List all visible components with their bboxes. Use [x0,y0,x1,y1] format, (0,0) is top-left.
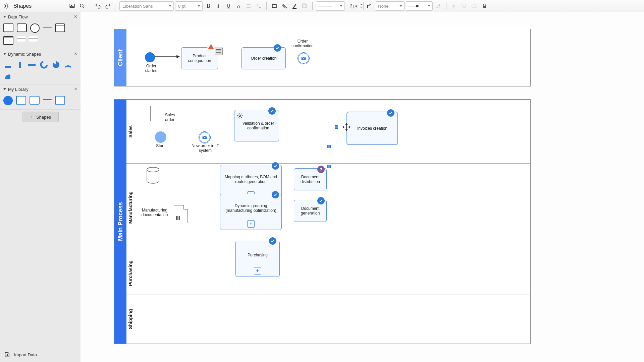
lib-rect[interactable] [16,96,26,105]
font-family-select[interactable]: Liberation Sans [119,1,174,11]
selection-handle[interactable] [335,125,338,129]
bolt-icon[interactable] [450,2,459,10]
close-icon[interactable]: × [74,14,77,19]
line-routing-icon[interactable] [365,2,374,10]
data-object-manu-doc[interactable] [174,205,188,223]
shape-rect-icon[interactable] [270,2,279,10]
palette-library [0,94,80,109]
magnet-icon[interactable] [460,2,469,10]
insert-image-icon[interactable] [68,2,76,10]
dyn-bar-v[interactable] [15,61,24,69]
svg-point-16 [41,62,47,68]
task-invoices-creation[interactable]: Invoices creation [347,112,398,145]
more-shapes-label: Shapes [36,115,51,120]
selection-handle[interactable] [327,145,331,148]
plus-icon: ＋ [30,114,34,120]
redo-icon[interactable] [104,2,112,10]
line-style-select[interactable] [316,1,345,11]
shape-circle[interactable] [30,23,40,33]
lane-label-shipping: Shipping [126,295,135,344]
stroke-width-stepper[interactable]: 2 px ▴▾ [346,2,364,10]
section-dynamic-shapes: Dynamic Shapes × [0,49,80,84]
line-start-select[interactable]: None [375,1,405,11]
svg-point-3 [80,4,83,7]
collection-marker-icon [176,216,180,220]
shape-connector[interactable] [17,36,25,42]
shapes-app-icon[interactable] [2,2,11,10]
selection-handle[interactable] [327,165,331,168]
section-data-flow: Data Flow × [0,12,80,49]
underline-icon[interactable]: U [224,2,233,10]
start-event-sales[interactable] [155,131,166,143]
task-validation[interactable]: Validation & order confirmation [234,110,279,141]
message-event-order-confirm[interactable] [298,52,310,64]
import-data-button[interactable]: Import Data [0,347,80,362]
undo-icon[interactable] [94,2,102,10]
data-object-label: Sales order [165,113,185,122]
dyn-wedge[interactable] [3,72,12,80]
data-object-sales-order[interactable] [150,106,163,121]
dyn-donut[interactable] [40,61,48,69]
lock-icon[interactable] [480,2,489,10]
data-store[interactable] [146,167,160,184]
svg-rect-13 [5,66,11,68]
section-header-dynamic[interactable]: Dynamic Shapes × [0,49,80,59]
dyn-bar-h[interactable] [28,61,36,69]
chevron-down-icon [3,53,6,55]
close-icon[interactable]: × [74,51,77,57]
comment-icon[interactable] [215,47,223,55]
cloud-restore-icon[interactable] [470,2,479,10]
task-dynamic-grouping[interactable]: Dynamic grouping (manufacturing optimiza… [220,194,282,230]
lib-round-rect[interactable] [30,96,40,105]
close-icon[interactable]: × [74,86,77,92]
svg-rect-14 [19,62,21,68]
message-event-new-order[interactable] [199,131,211,143]
font-size-select[interactable]: 8 pt [175,1,203,11]
lane-label-manufacturing: Manufacturing [126,163,135,252]
dyn-bar[interactable] [3,61,12,69]
text-color-icon[interactable]: A [234,2,243,10]
shape-table2[interactable] [3,36,13,45]
task-product-config[interactable]: Product configuration [181,47,218,69]
swap-ends-icon[interactable] [434,2,443,10]
stroke-width-value: 2 px [346,4,358,8]
bold-icon[interactable]: B [204,2,213,10]
shape-rect[interactable] [3,23,13,32]
section-header-data-flow[interactable]: Data Flow × [0,12,80,21]
svg-marker-11 [416,5,420,7]
chevron-down-icon [3,88,6,90]
fill-icon[interactable] [280,2,289,10]
move-cursor-icon [342,123,351,131]
shape-round-rect[interactable] [17,23,27,32]
text-options-icon[interactable]: T▾ [254,2,263,10]
shape-connector2[interactable] [29,36,38,42]
section-header-library[interactable]: My Library × [0,84,80,94]
theme-icon[interactable] [300,2,309,10]
task-label: Mapping attributes, BOM and routes gener… [222,175,279,184]
dyn-arc[interactable] [64,61,72,69]
dyn-pie[interactable] [52,61,60,69]
svg-rect-18 [211,46,211,48]
stroke-color-icon[interactable] [290,2,299,10]
svg-rect-12 [483,6,486,8]
search-icon[interactable] [78,2,87,10]
lib-circle[interactable] [3,96,13,105]
svg-point-22 [239,115,241,117]
italic-icon[interactable]: I [214,2,223,10]
pool-client[interactable]: Client [114,29,531,86]
start-event-order[interactable] [145,52,155,62]
lib-rect2[interactable] [55,96,65,105]
canvas[interactable]: Client Main Process Sales Manufacturing … [80,12,644,362]
subprocess-marker-icon: + [254,267,261,275]
task-label: Product configuration [183,54,216,63]
shape-table[interactable] [55,23,65,32]
shape-line[interactable] [43,27,52,27]
more-shapes-button[interactable]: ＋ Shapes [22,112,59,122]
align-icon[interactable] [244,2,253,10]
section-title: Dynamic Shapes [8,52,41,57]
task-purchasing[interactable]: Purchasing + [235,241,280,277]
line-end-select[interactable] [406,1,433,11]
task-label: Document distribution [296,175,324,184]
start-event-label: Start [154,143,167,148]
lib-line[interactable] [43,99,52,100]
